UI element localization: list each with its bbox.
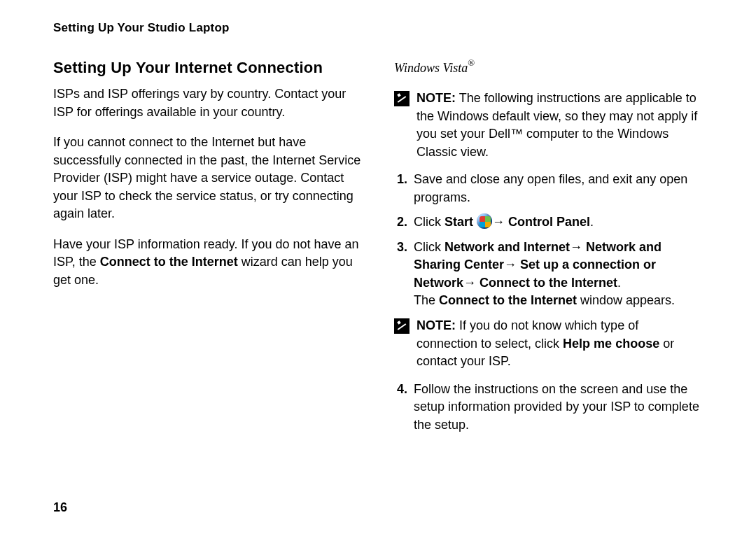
right-column: Windows Vista® NOTE: The following instr… bbox=[394, 59, 703, 441]
step-body: Click Network and Internet→ Network and … bbox=[414, 239, 703, 310]
note-block: NOTE: If you do not know which type of c… bbox=[394, 317, 703, 371]
text-run: Click bbox=[414, 240, 444, 254]
note-block: NOTE: The following instructions are app… bbox=[394, 90, 703, 161]
paragraph: ISPs and ISP offerings vary by country. … bbox=[53, 85, 362, 121]
step-number: 3. bbox=[397, 239, 410, 310]
bold-text: Help me choose bbox=[563, 337, 659, 351]
registered-mark: ® bbox=[468, 57, 475, 68]
step-body: Follow the instructions on the screen an… bbox=[414, 381, 703, 435]
bold-text: Control Panel bbox=[508, 215, 590, 229]
text-run: Click bbox=[414, 215, 444, 229]
step-number: 1. bbox=[397, 171, 410, 206]
text-run: . bbox=[590, 215, 594, 229]
manual-page: Setting Up Your Studio Laptop Setting Up… bbox=[0, 0, 756, 536]
arrow-icon: → bbox=[492, 215, 508, 229]
bold-text: Start bbox=[444, 215, 477, 229]
paragraph: If you cannot connect to the Internet bu… bbox=[53, 134, 362, 223]
note-text: NOTE: If you do not know which type of c… bbox=[416, 317, 703, 371]
arrow-icon: → bbox=[570, 240, 586, 254]
os-heading: Windows Vista® bbox=[394, 59, 703, 76]
note-label: NOTE: bbox=[416, 318, 456, 332]
running-head: Setting Up Your Studio Laptop bbox=[53, 21, 703, 35]
step-body: Click Start → Control Panel. bbox=[414, 213, 703, 232]
arrow-icon: → bbox=[504, 258, 520, 271]
step-number: 2. bbox=[397, 213, 410, 232]
note-text: NOTE: The following instructions are app… bbox=[416, 90, 703, 161]
windows-start-orb-icon bbox=[477, 213, 492, 229]
bold-text: Connect to the Internet bbox=[100, 255, 238, 269]
bold-text: Connect to the Internet bbox=[479, 276, 617, 290]
two-column-layout: Setting Up Your Internet Connection ISPs… bbox=[53, 59, 703, 441]
step-item: 2. Click Start → Control Panel. bbox=[394, 213, 703, 232]
os-name: Windows Vista bbox=[394, 61, 468, 75]
note-icon bbox=[394, 318, 410, 334]
step-item: 3. Click Network and Internet→ Network a… bbox=[394, 239, 703, 310]
note-icon bbox=[394, 91, 410, 106]
step-number: 4. bbox=[397, 381, 410, 435]
bold-text: Network and Internet bbox=[444, 240, 570, 254]
arrow-icon: → bbox=[463, 276, 479, 290]
page-number: 16 bbox=[53, 500, 67, 515]
text-run: window appears. bbox=[577, 293, 675, 307]
text-run: . bbox=[617, 276, 621, 290]
step-item: 4. Follow the instructions on the screen… bbox=[394, 381, 703, 435]
text-run: The bbox=[414, 293, 439, 307]
paragraph: Have your ISP information ready. If you … bbox=[53, 236, 362, 290]
note-label: NOTE: bbox=[416, 91, 456, 105]
left-column: Setting Up Your Internet Connection ISPs… bbox=[53, 59, 362, 441]
step-item: 1. Save and close any open files, and ex… bbox=[394, 171, 703, 206]
text-run: The following instructions are applicabl… bbox=[416, 91, 697, 159]
section-title: Setting Up Your Internet Connection bbox=[53, 59, 362, 77]
bold-text: Connect to the Internet bbox=[439, 293, 577, 307]
step-body: Save and close any open files, and exit … bbox=[414, 171, 703, 206]
